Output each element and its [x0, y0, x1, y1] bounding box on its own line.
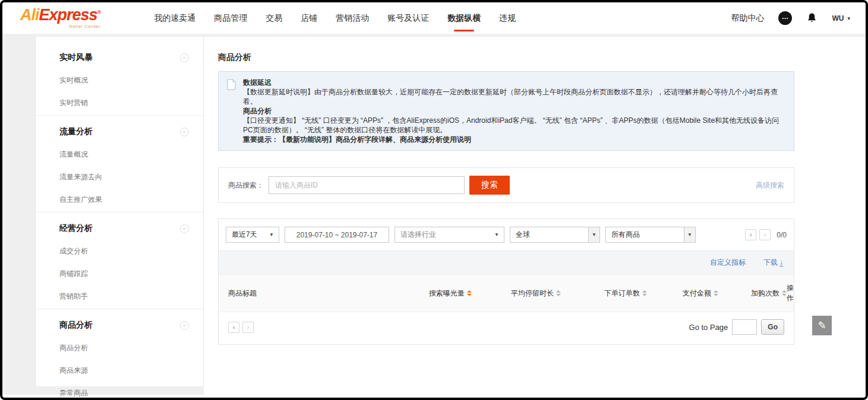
left-gutter — [2, 37, 35, 395]
goto-page-group: Go to Page Go — [689, 319, 784, 335]
goto-page-input[interactable] — [732, 319, 757, 335]
sidebar-item-1-2[interactable]: 自主推广效果 — [59, 195, 191, 205]
prev-page-button[interactable]: ‹ — [745, 229, 756, 240]
sidebar-section: 实时风暴 − 实时概况实时营销 — [36, 42, 203, 116]
collapse-icon[interactable]: − — [180, 128, 189, 136]
sidebar-section-items: 实时概况实时营销 — [59, 75, 191, 108]
prev-page-button[interactable]: ‹ — [228, 322, 239, 333]
download-icon: ↓ — [779, 259, 783, 266]
sidebar-section: 流量分析 − 流量概况流量来源去向自主推广效果 — [36, 116, 203, 212]
column-label: 加购次数 — [751, 288, 779, 299]
sort-icon[interactable] — [556, 290, 561, 296]
table-column-header: 商品标题 — [228, 288, 368, 299]
sort-icon[interactable] — [642, 290, 647, 296]
sidebar-section-header[interactable]: 实时风暴 − — [59, 52, 191, 63]
page-title: 商品分析 — [218, 52, 848, 63]
top-header: AliExpress® Seller Center 我的速卖通商品管理交易店铺营… — [2, 2, 866, 37]
sidebar-item-3-0[interactable]: 商品分析 — [59, 343, 191, 353]
notifications-bell-icon[interactable] — [806, 12, 818, 24]
logo-wordmark: AliExpress® — [20, 7, 100, 23]
go-button[interactable]: Go — [761, 319, 784, 335]
table-column-header: 操作 — [787, 283, 794, 303]
main-panel: 商品分析 数据延迟 【数据更新延时说明】由于商品分析数据量较大，近期可能存在一定… — [204, 37, 866, 395]
nav-item-1[interactable]: 我的速卖通 — [154, 2, 195, 34]
sidebar-item-2-1[interactable]: 商铺跟踪 — [59, 269, 191, 279]
notice-box: 数据延迟 【数据更新延时说明】由于商品分析数据量较大，近期可能存在一定的数据更新… — [218, 71, 794, 151]
messages-icon[interactable]: ••• — [778, 11, 792, 25]
download-link[interactable]: 下载 ↓ — [763, 258, 783, 268]
nav-item-4[interactable]: 店铺 — [301, 2, 317, 34]
date-range-preset-select[interactable]: 最近7天 ▼ — [226, 227, 279, 243]
industry-select[interactable]: 请选择行业 ▼ — [394, 227, 504, 243]
collapse-icon[interactable]: − — [180, 224, 189, 233]
table-links-band: 自定义指标 下载 ↓ — [219, 250, 794, 274]
next-page-button[interactable]: › — [242, 322, 254, 333]
feedback-pencil-button[interactable]: ✎ — [812, 316, 832, 335]
sidebar-item-0-0[interactable]: 实时概况 — [59, 75, 191, 85]
app-window: AliExpress® Seller Center 我的速卖通商品管理交易店铺营… — [0, 0, 868, 400]
sidebar-section-items: 成交分析商铺跟踪营销助手 — [59, 246, 191, 301]
sidebar-item-1-1[interactable]: 流量来源去向 — [59, 172, 191, 182]
analysis-table-card: 最近7天 ▼ 2019-07-10 ~ 2019-07-17 请选择行业 ▼ 全… — [218, 218, 794, 345]
next-page-button[interactable]: › — [759, 229, 771, 240]
advanced-search-link[interactable]: 高级搜索 — [756, 180, 784, 191]
content-area: 实时风暴 − 实时概况实时营销 流量分析 − 流量概况流量来源去向自主推广效果 … — [2, 37, 866, 395]
notice-paragraph-2: 【口径变更通知】 “无线” 口径变更为 “APPs” ，包含AliExpress… — [243, 116, 785, 135]
collapse-icon[interactable]: − — [180, 53, 189, 62]
sidebar-section-header[interactable]: 经营分析 − — [59, 223, 191, 234]
region-select[interactable]: 全球 ▼ — [510, 227, 600, 243]
column-label: 商品标题 — [228, 288, 257, 299]
chevron-down-icon: ▼ — [264, 232, 279, 237]
nav-item-7[interactable]: 数据纵横 — [447, 2, 481, 34]
notice-title-2: 商品分析 — [243, 106, 785, 116]
nav-item-5[interactable]: 营销活动 — [336, 2, 369, 34]
nav-item-3[interactable]: 交易 — [266, 2, 282, 34]
sidebar-item-1-0[interactable]: 流量概况 — [59, 150, 191, 160]
product-search-card: 商品搜索： 搜索 高级搜索 — [218, 167, 794, 203]
sidebar-section: 经营分析 − 成交分析商铺跟踪营销助手 — [36, 212, 203, 309]
sidebar-section-header[interactable]: 流量分析 − — [59, 126, 191, 137]
sidebar-item-2-2[interactable]: 营销助手 — [59, 291, 191, 301]
sort-icon[interactable] — [714, 290, 718, 296]
main-nav: 我的速卖通商品管理交易店铺营销活动账号及认证数据纵横违规 — [154, 2, 516, 34]
sidebar-item-3-2[interactable]: 异常商品 — [59, 388, 191, 398]
nav-item-8[interactable]: 违规 — [499, 2, 516, 34]
sidebar-section-header[interactable]: 商品分析 − — [59, 320, 191, 331]
table-column-header: 下单订单数 — [561, 288, 647, 299]
search-button[interactable]: 搜索 — [469, 176, 510, 195]
column-label: 搜索曝光量 — [429, 288, 465, 299]
sidebar-item-2-0[interactable]: 成交分析 — [59, 246, 191, 256]
customize-metrics-link[interactable]: 自定义指标 — [710, 258, 746, 268]
sidebar-section-title: 流量分析 — [59, 126, 93, 137]
logo-subtitle: Seller Center — [20, 24, 100, 29]
nav-item-6[interactable]: 账号及认证 — [387, 2, 429, 34]
product-id-input[interactable] — [269, 176, 465, 194]
aliexpress-logo[interactable]: AliExpress® Seller Center — [20, 7, 100, 29]
chevron-down-icon: ▼ — [490, 232, 504, 237]
notice-important-links: 重要提示：【最新功能说明】商品分析字段详解、商品来源分析使用说明 — [243, 135, 785, 144]
column-label: 下单订单数 — [604, 288, 640, 299]
sort-icon[interactable] — [467, 290, 472, 296]
page-indicator: 0/0 — [777, 231, 787, 239]
header-actions: 帮助中心 ••• WU ▾ — [731, 11, 850, 25]
sort-icon[interactable] — [782, 290, 787, 296]
filter-row: 最近7天 ▼ 2019-07-10 ~ 2019-07-17 请选择行业 ▼ 全… — [219, 219, 794, 250]
sidebar-item-0-1[interactable]: 实时营销 — [59, 98, 191, 108]
sidebar-section-items: 商品分析商品来源异常商品 — [59, 343, 191, 398]
table-column-header: 搜索曝光量 — [368, 288, 472, 299]
column-label: 平均停留时长 — [511, 288, 554, 299]
search-label: 商品搜索： — [228, 180, 264, 191]
product-scope-select[interactable]: 所有商品 ▼ — [605, 227, 696, 243]
chevron-down-icon: ▾ — [847, 15, 850, 21]
user-menu[interactable]: WU ▾ — [832, 14, 850, 23]
document-icon — [227, 79, 236, 144]
date-range-picker[interactable]: 2019-07-10 ~ 2019-07-17 — [285, 227, 389, 243]
nav-item-2[interactable]: 商品管理 — [214, 2, 247, 34]
user-name: WU — [832, 14, 844, 23]
table-column-header: 平均停留时长 — [472, 288, 561, 299]
collapse-icon[interactable]: − — [180, 321, 189, 330]
sidebar-item-3-1[interactable]: 商品来源 — [59, 366, 191, 376]
sidebar: 实时风暴 − 实时概况实时营销 流量分析 − 流量概况流量来源去向自主推广效果 … — [35, 37, 204, 386]
help-center-link[interactable]: 帮助中心 — [731, 13, 764, 24]
table-footer-row: ‹ › Go to Page Go — [219, 312, 794, 344]
